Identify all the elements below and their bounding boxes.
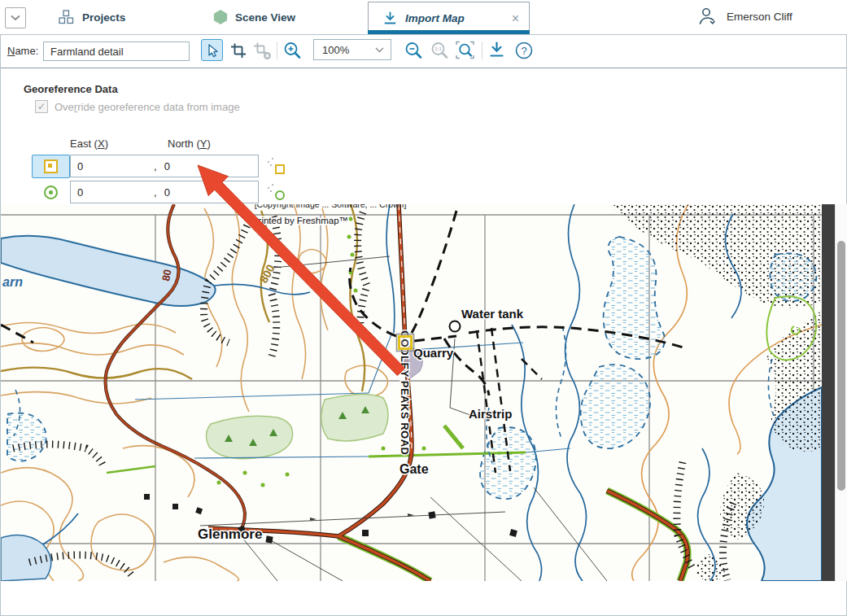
east-column-header: East (X) — [70, 138, 108, 150]
georeference-map-marker[interactable] — [397, 334, 414, 352]
printed-by-label: Printed by Freshmap™ — [252, 216, 348, 225]
tab-bar: Projects Scene View Import Map × Emerson… — [0, 0, 847, 34]
coordinate-row-1: , — [70, 155, 259, 177]
north-column-header: North (Y) — [168, 138, 211, 150]
airstrip-label: Airstrip — [469, 407, 512, 421]
water-tank-symbol — [450, 321, 461, 332]
import-icon — [382, 11, 398, 26]
circle-marker-icon — [44, 186, 58, 199]
tab-label: Projects — [82, 11, 125, 24]
tab-projects[interactable]: Projects — [57, 0, 125, 34]
scrollbar-thumb[interactable] — [837, 241, 845, 491]
copyright-line: [Copyright Image ... Software, ... Crown… — [255, 204, 407, 209]
east-input-2[interactable] — [71, 186, 154, 199]
close-icon[interactable]: × — [512, 12, 519, 25]
north-input-2[interactable] — [157, 186, 255, 199]
lake-name-partial-label: arn — [2, 275, 23, 289]
cube-icon — [213, 10, 228, 24]
north-input-1[interactable] — [157, 159, 255, 173]
contour-label-80: 80 — [159, 269, 173, 282]
circle-marker-icon — [275, 190, 285, 200]
square-marker-icon — [44, 159, 58, 173]
glenmore-label: Glenmore — [198, 526, 262, 542]
water-tank-label: Water tank — [461, 307, 524, 321]
tab-import-map[interactable]: Import Map × — [368, 2, 530, 34]
marker-button-circle[interactable] — [32, 181, 70, 204]
cubes-icon — [57, 9, 75, 25]
marker-button-square[interactable] — [32, 155, 70, 178]
tab-scene-view[interactable]: Scene View — [213, 0, 295, 34]
coordinate-row-2: , — [70, 181, 259, 203]
user-name: Emerson Cliff — [727, 11, 792, 23]
pick-on-map-square-button[interactable] — [268, 158, 285, 175]
pick-on-map-circle-button[interactable] — [268, 184, 285, 201]
gate-label: Gate — [399, 462, 429, 476]
tab-label: Scene View — [235, 11, 295, 24]
section-title: Georeference Data — [24, 83, 118, 95]
quarry-label: Quarry — [413, 346, 454, 360]
square-marker-icon — [275, 164, 285, 174]
map-edge-bar — [822, 204, 835, 581]
east-input-1[interactable] — [71, 159, 154, 173]
chevron-down-icon — [11, 15, 20, 21]
topo-map-image: [Copyright Image ... Software, ... Crown… — [1, 204, 822, 581]
person-icon — [696, 5, 718, 28]
tabs-dropdown-button[interactable] — [5, 7, 26, 28]
map-viewport[interactable]: [Copyright Image ... Software, ... Crown… — [1, 204, 822, 581]
vertical-scrollbar[interactable] — [835, 204, 847, 581]
user-menu[interactable]: Emerson Cliff — [696, 5, 792, 28]
override-checkbox[interactable]: ✓ — [35, 100, 48, 113]
tab-label: Import Map — [405, 12, 465, 24]
override-label: Override georeference data from image — [55, 101, 240, 113]
